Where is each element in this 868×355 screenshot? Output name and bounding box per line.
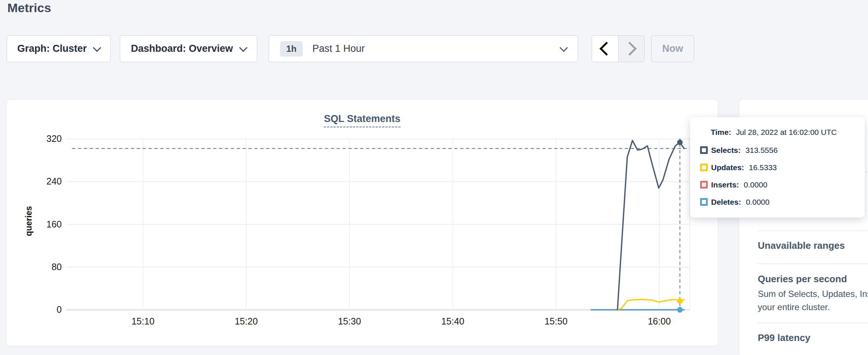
page-title: Metrics bbox=[7, 1, 51, 15]
x-tick-label: 16:00 bbox=[634, 316, 685, 327]
x-tick-label: 15:50 bbox=[530, 316, 582, 327]
graph-dropdown[interactable]: Graph: Cluster bbox=[7, 35, 111, 62]
y-tick-label: 0 bbox=[32, 304, 62, 315]
chevron-down-icon bbox=[93, 43, 101, 52]
x-tick-label: 15:20 bbox=[220, 316, 272, 327]
deletes-legend-swatch bbox=[700, 198, 708, 206]
tooltip-series-row: Updates: 16.5333 bbox=[690, 159, 865, 176]
tooltip-series-label: Deletes: bbox=[711, 198, 741, 207]
next-interval-button[interactable] bbox=[618, 36, 645, 62]
y-tick-label: 240 bbox=[32, 176, 62, 187]
chevron-down-icon bbox=[239, 43, 247, 52]
dashboard-dropdown-label: Dashboard: Overview bbox=[131, 43, 233, 54]
divider bbox=[758, 263, 868, 264]
graph-dropdown-label: Graph: Cluster bbox=[17, 43, 87, 54]
tooltip-series-value: 313.5556 bbox=[746, 146, 778, 155]
tooltip-series-label: Selects: bbox=[711, 146, 741, 155]
sql-statements-chart-card: SQL Statements bbox=[7, 100, 718, 346]
tooltip-series-row: Deletes: 0.0000 bbox=[690, 193, 865, 211]
glossary-description: your entire cluster. bbox=[758, 302, 830, 312]
y-tick-label: 80 bbox=[32, 262, 62, 272]
y-tick-label: 160 bbox=[32, 219, 62, 230]
tooltip-series-value: 16.5333 bbox=[749, 163, 777, 172]
y-tick-label: 320 bbox=[32, 133, 62, 144]
tooltip-series-label: Inserts: bbox=[711, 180, 739, 189]
tooltip-series-value: 0.0000 bbox=[746, 198, 770, 207]
divider bbox=[758, 230, 868, 231]
x-tick-label: 15:40 bbox=[427, 316, 478, 327]
time-pager bbox=[592, 35, 645, 62]
chevron-left-icon bbox=[599, 42, 613, 55]
tooltip-series-value: 0.0000 bbox=[744, 180, 767, 189]
time-range-badge: 1h bbox=[280, 41, 303, 57]
divider bbox=[758, 323, 868, 323]
chart-title-row: SQL Statements bbox=[7, 113, 718, 128]
chevron-down-icon bbox=[560, 43, 568, 52]
tooltip-time-label: Time: bbox=[711, 128, 731, 137]
chevron-right-icon bbox=[623, 42, 637, 55]
tooltip-time-row: Time: Jul 28, 2022 at 16:02:00 UTC bbox=[690, 123, 865, 141]
glossary-description: Sum of Selects, Updates, Inser bbox=[758, 289, 868, 299]
glossary-heading: P99 latency bbox=[758, 332, 810, 344]
updates-legend-swatch bbox=[700, 164, 708, 171]
time-range-selector[interactable]: 1h Past 1 Hour bbox=[269, 35, 578, 62]
x-tick-label: 15:30 bbox=[324, 316, 375, 327]
time-range-label: Past 1 Hour bbox=[312, 43, 365, 54]
chart-title[interactable]: SQL Statements bbox=[324, 113, 400, 128]
inserts-legend-swatch bbox=[700, 181, 708, 189]
tooltip-series-row: Selects: 313.5556 bbox=[690, 141, 865, 159]
glossary-heading: Queries per second bbox=[758, 273, 847, 285]
tooltip-series-row: Inserts: 0.0000 bbox=[690, 176, 865, 193]
metrics-page: Metrics Graph: Cluster Dashboard: Overvi… bbox=[0, 0, 868, 355]
prev-interval-button[interactable] bbox=[592, 36, 618, 62]
tooltip-series-label: Updates: bbox=[711, 163, 744, 172]
now-button[interactable]: Now bbox=[651, 35, 694, 62]
chart-hover-tooltip: Time: Jul 28, 2022 at 16:02:00 UTC Selec… bbox=[690, 117, 865, 218]
selects-legend-swatch bbox=[700, 146, 708, 154]
tooltip-time-value: Jul 28, 2022 at 16:02:00 UTC bbox=[736, 128, 837, 137]
x-tick-label: 15:10 bbox=[117, 316, 169, 327]
glossary-heading: Unavailable ranges bbox=[758, 240, 845, 251]
dashboard-dropdown[interactable]: Dashboard: Overview bbox=[120, 35, 257, 62]
